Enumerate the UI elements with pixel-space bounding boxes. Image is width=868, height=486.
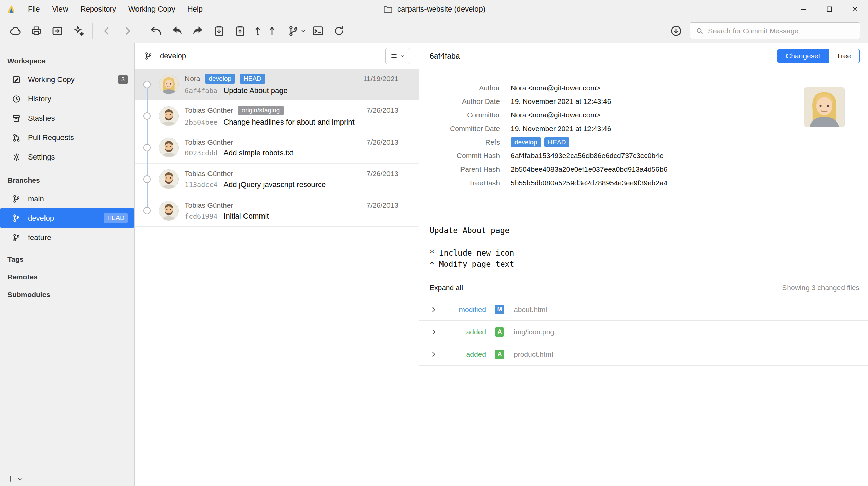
forward-button[interactable]	[117, 21, 138, 41]
current-branch-label: develop	[160, 52, 186, 60]
pull-arrow-icon	[252, 25, 264, 37]
sidebar-item-stashes[interactable]: Stashes	[0, 109, 134, 128]
chevron-right-icon[interactable]	[430, 351, 444, 358]
refresh-icon	[333, 25, 345, 37]
file-row[interactable]: added A product.html	[419, 343, 868, 366]
window-title-text: carparts-website (develop)	[397, 5, 485, 14]
menu-help[interactable]: Help	[181, 0, 209, 18]
sidebar-branch-main[interactable]: main	[0, 189, 134, 208]
section-header-tags[interactable]: Tags	[0, 250, 134, 268]
close-icon	[851, 5, 860, 14]
section-header-workspace[interactable]: Workspace	[0, 52, 134, 70]
printer-button[interactable]	[26, 21, 47, 41]
chevron-right-icon[interactable]	[430, 328, 444, 336]
open-workspace-button[interactable]	[47, 21, 68, 41]
section-header-submodules[interactable]: Submodules	[0, 286, 134, 303]
sidebar-item-label: History	[28, 95, 51, 104]
commit-row[interactable]: Nora develop HEAD 11/19/2021 6af4faba Up…	[135, 69, 419, 100]
menu-file[interactable]: File	[22, 0, 46, 18]
refresh-button[interactable]	[328, 21, 349, 41]
field-value: Nora <nora@git-tower.com>	[511, 111, 600, 119]
file-name: about.html	[514, 305, 547, 314]
sidebar-item-working-copy[interactable]: Working Copy 3	[0, 70, 134, 89]
sidebar-branch-feature[interactable]: feature	[0, 228, 134, 247]
message-line: * Include new icon	[430, 247, 858, 259]
gear-icon	[12, 152, 21, 162]
commit-info: Tobias Günther 7/26/2013 0023cddd Add si…	[185, 138, 398, 157]
cloud-button[interactable]	[5, 21, 26, 41]
section-header-remotes[interactable]: Remotes	[0, 268, 134, 286]
commit-message: Initial Commit	[223, 212, 269, 221]
commit-row[interactable]: Tobias Günther 7/26/2013 0023cddd Add si…	[135, 132, 419, 164]
tree-tab[interactable]: Tree	[829, 49, 859, 63]
expand-all-link[interactable]: Expand all	[430, 284, 463, 292]
file-row[interactable]: modified M about.html	[419, 298, 868, 321]
close-button[interactable]	[842, 0, 868, 18]
file-row[interactable]: added A img/icon.png	[419, 321, 868, 343]
sidebar-item-history[interactable]: History	[0, 89, 134, 109]
commit-row[interactable]: Tobias Günther 7/26/2013 113adcc4 Add jQ…	[135, 164, 419, 195]
detail-field-tree-hash: TreeHash 5b55b5db080a5259d3e2d788954e3ee…	[419, 176, 868, 190]
window-title: carparts-website (develop)	[383, 0, 485, 18]
branch-actions-button[interactable]	[286, 21, 307, 41]
stash-save-button[interactable]	[209, 21, 230, 41]
curved-arrow-right-icon	[192, 24, 204, 37]
field-label: Refs	[419, 138, 500, 146]
sidebar-item-pull-requests[interactable]: Pull Requests	[0, 128, 134, 147]
search-input[interactable]	[708, 27, 855, 35]
undo-button[interactable]	[145, 21, 166, 41]
commit-row[interactable]: Tobias Günther origin/staging 7/26/2013 …	[135, 100, 419, 132]
fetch-button[interactable]	[669, 21, 683, 41]
list-options-button[interactable]	[385, 48, 410, 64]
cleanup-button[interactable]	[68, 21, 89, 41]
plus-icon[interactable]	[6, 475, 14, 483]
merge-button[interactable]	[166, 21, 187, 41]
commit-date: 7/26/2013	[367, 106, 398, 114]
changeset-tab[interactable]: Changeset	[778, 49, 829, 63]
field-value: 19. November 2021 at 12:43:46	[511, 125, 611, 133]
maximize-button[interactable]	[816, 0, 842, 18]
cherry-pick-button[interactable]	[187, 21, 209, 41]
file-name: product.html	[514, 350, 553, 358]
stash-apply-button[interactable]	[230, 21, 251, 41]
remote-ref-badge: origin/staging	[238, 106, 284, 115]
avatar	[159, 75, 179, 94]
commit-graph-node	[143, 207, 151, 214]
field-label: Parent Hash	[419, 165, 500, 173]
section-header-branches[interactable]: Branches	[0, 171, 134, 189]
toolbar-separator	[92, 23, 93, 39]
avatar	[159, 169, 179, 189]
push-button[interactable]	[265, 21, 279, 41]
commit-message-block: Update About page * Include new icon * M…	[419, 212, 868, 270]
terminal-button[interactable]	[307, 21, 328, 41]
commit-list: Nora develop HEAD 11/19/2021 6af4faba Up…	[135, 69, 419, 486]
view-toggle: Changeset Tree	[777, 49, 860, 63]
pull-button[interactable]	[251, 21, 265, 41]
pull-request-icon	[12, 133, 21, 143]
terminal-icon	[311, 24, 324, 37]
field-label: Author	[419, 84, 500, 92]
minimize-button[interactable]	[791, 0, 816, 18]
branch-icon	[12, 233, 21, 242]
commit-row[interactable]: Tobias Günther 7/26/2013 fcd61994 Initia…	[135, 195, 419, 227]
sidebar-item-settings[interactable]: Settings	[0, 147, 134, 167]
sidebar-branch-develop[interactable]: develop HEAD	[0, 208, 134, 228]
menu-working-copy[interactable]: Working Copy	[122, 0, 181, 18]
branch-label: develop	[28, 214, 54, 223]
commit-message: Add simple robots.txt	[223, 149, 293, 157]
commit-hash: 113adcc4	[185, 181, 217, 189]
chevron-right-icon	[122, 25, 133, 37]
chevron-down-icon[interactable]	[17, 476, 23, 482]
back-button[interactable]	[96, 21, 117, 41]
chevron-down-icon	[400, 54, 405, 59]
file-status: added	[444, 350, 486, 358]
commit-date: 7/26/2013	[367, 138, 398, 146]
menu-repository[interactable]: Repository	[74, 0, 122, 18]
download-circle-icon	[670, 24, 683, 37]
chevron-right-icon[interactable]	[430, 306, 444, 313]
menu-view[interactable]: View	[46, 0, 74, 18]
commit-info: Tobias Günther origin/staging 7/26/2013 …	[185, 106, 398, 127]
main-area: Workspace Working Copy 3 History Stashes…	[0, 43, 868, 486]
commit-hash: 0023cddd	[185, 149, 217, 157]
working-copy-count-badge: 3	[118, 75, 128, 84]
